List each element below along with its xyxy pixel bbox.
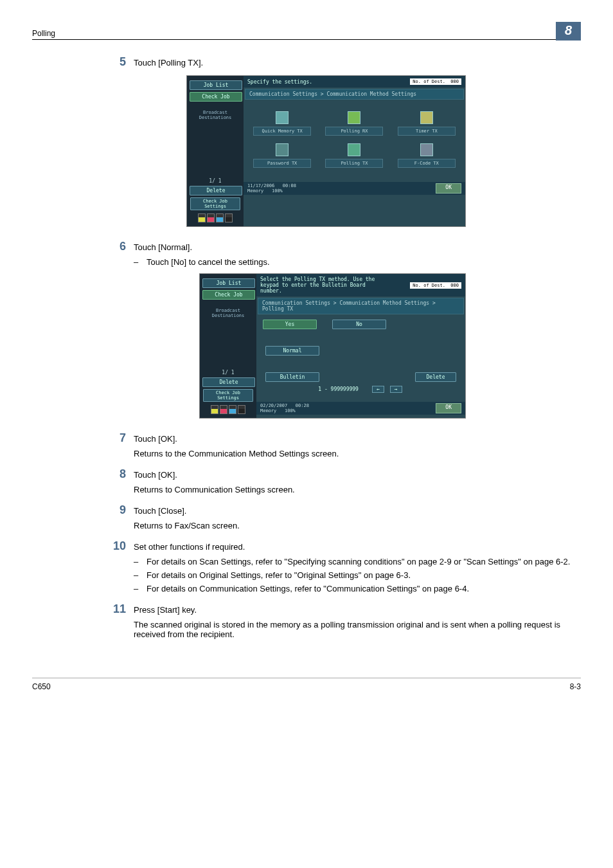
step-7-number: 7 bbox=[103, 431, 134, 445]
password-tx-tile[interactable]: Password TX bbox=[253, 143, 311, 168]
broadcast-dest-label: Broadcast Destinations bbox=[190, 110, 241, 120]
memory-value: 100% bbox=[272, 188, 283, 194]
memory-label: Memory bbox=[260, 408, 276, 413]
step-10-sub1: For details on Scan Settings, refer to "… bbox=[147, 557, 570, 566]
delete-entry-button[interactable]: Delete bbox=[415, 372, 456, 382]
check-job-settings-button[interactable]: Check Job Settings bbox=[203, 389, 253, 402]
check-job-settings-button[interactable]: Check Job Settings bbox=[190, 197, 240, 210]
toner-y-icon bbox=[198, 213, 206, 222]
step-9-text: Touch [Close]. bbox=[134, 503, 581, 517]
step-10-sub3: For details on Communication Settings, r… bbox=[147, 584, 469, 593]
toner-y-icon bbox=[211, 405, 218, 414]
status-date: 02/20/2007 bbox=[260, 403, 287, 408]
job-list-button[interactable]: Job List bbox=[202, 278, 255, 288]
status-time: 00:08 bbox=[283, 183, 296, 188]
step-8-number: 8 bbox=[103, 467, 134, 481]
breadcrumb: Communication Settings > Communication M… bbox=[258, 298, 464, 314]
prompt-text: Select the Polling TX method. Use the ke… bbox=[260, 276, 389, 294]
toner-c-icon bbox=[229, 405, 236, 414]
status-date: 11/17/2006 bbox=[247, 183, 274, 188]
arrow-left-button[interactable]: ← bbox=[372, 386, 384, 393]
step-9-result: Returns to Fax/Scan screen. bbox=[134, 521, 581, 530]
dest-count-badge: No. of Dest. 000 bbox=[410, 282, 461, 289]
check-job-button[interactable]: Check Job bbox=[190, 92, 242, 102]
arrow-right-button[interactable]: → bbox=[390, 386, 402, 393]
memory-label: Memory bbox=[247, 188, 263, 194]
polling-tx-tile[interactable]: Polling TX bbox=[325, 143, 383, 168]
step-10-text: Set other functions if required. bbox=[134, 539, 581, 553]
step-7-result: Returns to the Communication Method Sett… bbox=[134, 449, 581, 458]
screenshot-polling-tx: Job List Check Job Broadcast Destination… bbox=[199, 273, 466, 419]
breadcrumb: Communication Settings > Communication M… bbox=[245, 89, 464, 100]
chapter-badge: 8 bbox=[556, 22, 581, 41]
step-10-sub2: For details on Original Settings, refer … bbox=[147, 570, 411, 580]
step-11-number: 11 bbox=[103, 602, 134, 616]
step-6-text: Touch [Normal]. bbox=[134, 240, 581, 253]
screenshot-comm-method-settings: Job List Check Job Broadcast Destination… bbox=[186, 75, 466, 227]
toner-c-icon bbox=[216, 213, 224, 222]
memory-value: 100% bbox=[285, 408, 296, 413]
step-9-number: 9 bbox=[103, 503, 134, 517]
f-code-tx-icon bbox=[420, 143, 433, 156]
no-tab[interactable]: No bbox=[332, 320, 386, 329]
step-6-number: 6 bbox=[103, 240, 134, 253]
timer-tx-icon bbox=[420, 111, 433, 124]
dest-count-badge: No. of Dest. 000 bbox=[410, 78, 461, 85]
footer-page: 8-3 bbox=[570, 682, 581, 691]
step-6-sub1: Touch [No] to cancel the settings. bbox=[147, 257, 270, 267]
bulletin-button[interactable]: Bulletin bbox=[265, 372, 319, 382]
f-code-tx-tile[interactable]: F-Code TX bbox=[398, 143, 456, 168]
step-8-result: Returns to Communication Settings screen… bbox=[134, 485, 581, 494]
normal-button[interactable]: Normal bbox=[265, 346, 319, 356]
step-11-text: Press [Start] key. bbox=[134, 602, 581, 616]
toner-m-icon bbox=[220, 405, 227, 414]
footer-model: C650 bbox=[32, 682, 51, 691]
step-5-number: 5 bbox=[103, 55, 134, 69]
broadcast-dest-label: Broadcast Destinations bbox=[202, 308, 254, 318]
check-job-button[interactable]: Check Job bbox=[202, 290, 255, 300]
step-10-number: 10 bbox=[103, 539, 134, 553]
header-section: Polling bbox=[32, 29, 55, 38]
prompt-text: Specify the settings. bbox=[247, 79, 312, 85]
ok-button[interactable]: OK bbox=[436, 403, 461, 413]
polling-rx-tile[interactable]: Polling RX bbox=[325, 111, 383, 136]
status-time: 00:28 bbox=[296, 403, 309, 408]
password-tx-icon bbox=[276, 143, 289, 156]
toner-k-icon bbox=[225, 213, 233, 222]
page-indicator: 1/ 1 bbox=[190, 178, 241, 184]
polling-rx-icon bbox=[348, 111, 360, 124]
delete-button[interactable]: Delete bbox=[202, 377, 255, 387]
job-list-button[interactable]: Job List bbox=[190, 80, 242, 90]
bulletin-range: 1 - 999999999 bbox=[318, 386, 359, 392]
step-7-text: Touch [OK]. bbox=[134, 431, 581, 445]
toner-k-icon bbox=[238, 405, 245, 414]
polling-tx-icon bbox=[348, 143, 360, 156]
page-indicator: 1/ 1 bbox=[202, 370, 254, 375]
ok-button[interactable]: OK bbox=[436, 183, 461, 194]
delete-button[interactable]: Delete bbox=[190, 186, 242, 195]
step-11-result: The scanned original is stored in the me… bbox=[134, 620, 581, 639]
timer-tx-tile[interactable]: Timer TX bbox=[398, 111, 456, 136]
step-5-text: Touch [Polling TX]. bbox=[134, 55, 581, 69]
yes-tab[interactable]: Yes bbox=[263, 320, 317, 329]
quick-memory-tx-icon bbox=[276, 111, 289, 124]
step-8-text: Touch [OK]. bbox=[134, 467, 581, 481]
toner-m-icon bbox=[207, 213, 215, 222]
quick-memory-tx-tile[interactable]: Quick Memory TX bbox=[253, 111, 311, 136]
